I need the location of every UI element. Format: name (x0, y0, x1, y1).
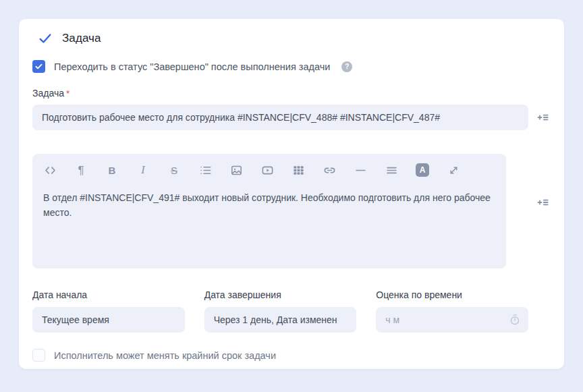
status-checkbox[interactable] (32, 60, 45, 73)
table-icon[interactable] (292, 163, 305, 177)
end-date-field: Дата завершения (204, 289, 357, 333)
task-title-input[interactable] (32, 105, 528, 130)
start-date-input[interactable] (32, 307, 185, 333)
code-icon[interactable] (43, 163, 57, 177)
text-color-icon[interactable]: A (416, 163, 429, 177)
end-date-input[interactable] (204, 307, 357, 333)
check-icon (38, 31, 53, 46)
description-editor: ¶ B I S (32, 154, 506, 269)
card-header: Задача (32, 31, 551, 46)
help-icon[interactable]: ? (341, 61, 352, 72)
insert-variable-icon[interactable] (536, 195, 551, 210)
deadline-checkbox[interactable] (32, 349, 45, 362)
required-asterisk: * (66, 88, 70, 99)
time-estimate-input[interactable] (376, 307, 528, 333)
time-estimate-field: Оценка по времени (376, 289, 528, 333)
horizontal-rule-icon[interactable] (354, 163, 367, 177)
editor-toolbar: ¶ B I S (32, 154, 506, 184)
italic-icon[interactable]: I (136, 163, 150, 177)
deadline-checkbox-label: Исполнитель может менять крайний срок за… (54, 350, 276, 361)
bullet-list-icon[interactable] (198, 163, 212, 177)
link-icon[interactable] (323, 163, 336, 177)
task-settings-card: Задача Переходить в статус "Завершено" п… (19, 19, 564, 369)
start-date-label: Дата начала (32, 289, 185, 300)
bold-icon[interactable]: B (105, 163, 119, 177)
task-field-label: Задача* (32, 88, 551, 99)
description-editor-row: ¶ B I S (32, 130, 551, 269)
status-checkbox-label: Переходить в статус "Завершено" после вы… (54, 61, 330, 72)
status-checkbox-row: Переходить в статус "Завершено" после вы… (32, 60, 551, 73)
deadline-checkbox-row: Исполнитель может менять крайний срок за… (32, 349, 551, 362)
description-editor-content[interactable]: В отдел #INSTANCE|CFV_491# выходит новый… (32, 184, 505, 221)
schedule-fields: Дата начала Дата завершения Оценка по вр… (32, 289, 528, 333)
end-date-label: Дата завершения (204, 289, 357, 300)
image-icon[interactable] (229, 163, 243, 177)
start-date-field: Дата начала (32, 289, 185, 333)
paragraph-icon[interactable]: ¶ (74, 163, 88, 177)
strikethrough-icon[interactable]: S (167, 163, 181, 177)
time-estimate-label: Оценка по времени (376, 289, 528, 300)
insert-variable-icon[interactable] (536, 110, 551, 125)
video-icon[interactable] (260, 163, 274, 177)
task-input-row (32, 105, 551, 130)
align-icon[interactable] (385, 163, 398, 177)
page-title: Задача (62, 32, 101, 45)
expand-icon[interactable] (447, 163, 460, 177)
